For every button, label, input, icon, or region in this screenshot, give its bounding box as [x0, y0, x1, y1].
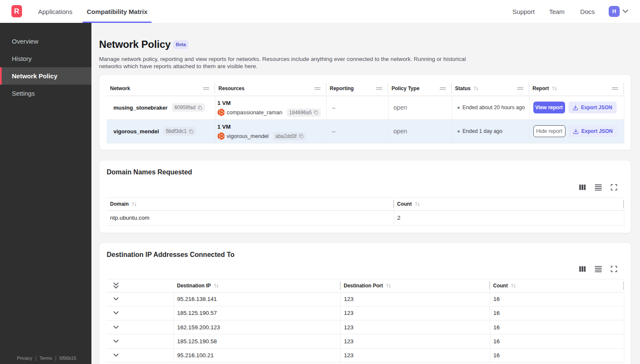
copy-icon[interactable] [188, 129, 194, 134]
rows-view-icon[interactable] [595, 184, 602, 190]
column-resize-handle-icon[interactable] [612, 86, 618, 91]
fullscreen-button[interactable] [611, 184, 617, 190]
sidebar-footer: Privacy | Terms | 5f56b15 [17, 355, 76, 361]
resource-name: vigorous_mendel [227, 133, 269, 139]
chevron-down-icon[interactable] [113, 325, 119, 329]
rows-view-button[interactable] [595, 184, 602, 190]
nav-link-docs[interactable]: Docs [580, 8, 595, 15]
user-menu-caret[interactable] [622, 9, 629, 14]
sort-icon[interactable] [510, 283, 516, 288]
resource-name: compassionate_raman [227, 109, 283, 116]
chevron-down-icon[interactable] [113, 311, 119, 315]
destinations-table-header: Destination IP Destination Port Count [107, 279, 624, 292]
status-cell: Ended about 20 hours ago [452, 96, 529, 119]
sort-icon[interactable] [213, 283, 219, 288]
nav-link-support[interactable]: Support [513, 8, 535, 15]
col-header-status[interactable]: Status [452, 82, 529, 96]
col-header-count[interactable]: Count [490, 279, 624, 292]
col-header-resources[interactable]: Resources [215, 82, 326, 96]
col-header-count[interactable]: Count [394, 198, 624, 211]
chevron-down-icon[interactable] [113, 297, 119, 301]
destination-ip-cell: 95.216.100.21 [174, 348, 340, 362]
network-name: vigorous_mendel [113, 128, 159, 135]
page-description: Manage network policy, reporting and vie… [99, 55, 474, 70]
column-resize-handle-icon[interactable] [439, 86, 446, 91]
expand-row-cell[interactable] [107, 320, 174, 334]
columns-view-icon[interactable] [579, 184, 586, 190]
col-header-policy-type[interactable]: Policy Type [388, 82, 452, 96]
copy-icon[interactable] [313, 110, 319, 115]
user-avatar[interactable]: H [609, 6, 620, 17]
rows-view-button[interactable] [595, 266, 602, 272]
tab-compatibility-matrix[interactable]: Compatibility Matrix [83, 0, 152, 23]
sort-icon[interactable] [131, 201, 137, 207]
privacy-link[interactable]: Privacy [17, 356, 32, 361]
beta-badge: Beta [173, 40, 188, 49]
col-header-destination-ip[interactable]: Destination IP [174, 279, 340, 292]
destination-ip-cell: 95.216.138.141 [174, 292, 340, 306]
double-chevron-down-icon[interactable] [113, 282, 119, 289]
footer-separator: | [35, 355, 36, 361]
column-resize-handle-icon[interactable] [517, 86, 524, 91]
count-cell: 16 [490, 320, 624, 334]
sidebar-item-network-policy[interactable]: Network Policy [0, 67, 91, 85]
column-resize-handle-icon[interactable] [376, 86, 383, 91]
reporting-cell: – [326, 119, 388, 143]
sort-icon[interactable] [552, 86, 557, 91]
terms-link[interactable]: Terms [39, 356, 52, 361]
sort-icon[interactable] [386, 283, 392, 288]
resource-id-badge: aba2dd3f [273, 132, 306, 141]
expand-icon[interactable] [611, 266, 617, 272]
chevron-down-icon[interactable] [622, 9, 629, 14]
export-json-button[interactable]: Export JSON [568, 102, 617, 113]
expand-row-cell[interactable] [107, 306, 174, 320]
network-cell: musing_stonebraker 60959fad [107, 96, 215, 119]
copy-icon[interactable] [197, 105, 203, 110]
page-title: Network Policy [99, 39, 171, 50]
columns-view-icon[interactable] [579, 266, 586, 272]
report-button[interactable]: View report [533, 102, 565, 113]
column-resize-handle-icon[interactable] [203, 86, 210, 91]
col-header-network[interactable]: Network [107, 82, 215, 96]
export-json-button[interactable]: Export JSON [569, 125, 617, 137]
expand-row-cell[interactable] [107, 348, 174, 362]
status-cell: Ended 1 day ago [452, 119, 529, 143]
networks-table-header: Network Resources Reporting Policy Type … [107, 82, 624, 96]
tab-applications[interactable]: Applications [38, 0, 72, 23]
fullscreen-button[interactable] [611, 266, 617, 272]
reporting-cell: – [326, 96, 388, 119]
count-cell: 16 [490, 306, 624, 320]
app-logo[interactable]: R [11, 5, 22, 17]
expand-row-cell[interactable] [107, 292, 174, 306]
destinations-table: Destination IP Destination Port Count 95… [107, 279, 624, 363]
columns-view-button[interactable] [579, 184, 586, 190]
sidebar-item-settings[interactable]: Settings [0, 85, 91, 102]
vm-count: 1 VM [218, 100, 326, 106]
sidebar-item-overview[interactable]: Overview [0, 33, 91, 50]
sidebar-item-history[interactable]: History [0, 50, 91, 67]
sort-icon[interactable] [473, 86, 479, 91]
resource-id-badge: 184696a5 [287, 108, 321, 117]
sort-icon[interactable] [414, 201, 420, 207]
col-header-domain[interactable]: Domain [107, 198, 394, 211]
policy-type-cell: open [388, 119, 452, 143]
chevron-down-icon[interactable] [113, 353, 119, 357]
column-resize-handle-icon[interactable] [314, 86, 321, 91]
report-button[interactable]: Hide report [533, 125, 566, 137]
rows-view-icon[interactable] [595, 266, 602, 272]
domains-table: Domain Count ntp.ubuntu.com 2 [107, 197, 624, 226]
col-header-report[interactable]: Report [529, 82, 624, 96]
destination-ip-cell: 185.125.190.57 [174, 306, 340, 320]
chevron-down-icon[interactable] [113, 339, 119, 343]
destination-row: 95.216.138.141 123 16 [107, 292, 624, 306]
expand-all-header[interactable] [107, 279, 174, 292]
columns-view-button[interactable] [579, 266, 586, 272]
nav-link-team[interactable]: Team [549, 8, 565, 15]
expand-icon[interactable] [611, 184, 617, 190]
copy-icon[interactable] [298, 133, 304, 139]
col-header-reporting[interactable]: Reporting [326, 82, 388, 96]
footer-separator: | [55, 355, 56, 361]
col-header-destination-port[interactable]: Destination Port [340, 279, 490, 292]
count-cell: 2 [394, 210, 624, 225]
expand-row-cell[interactable] [107, 334, 174, 348]
